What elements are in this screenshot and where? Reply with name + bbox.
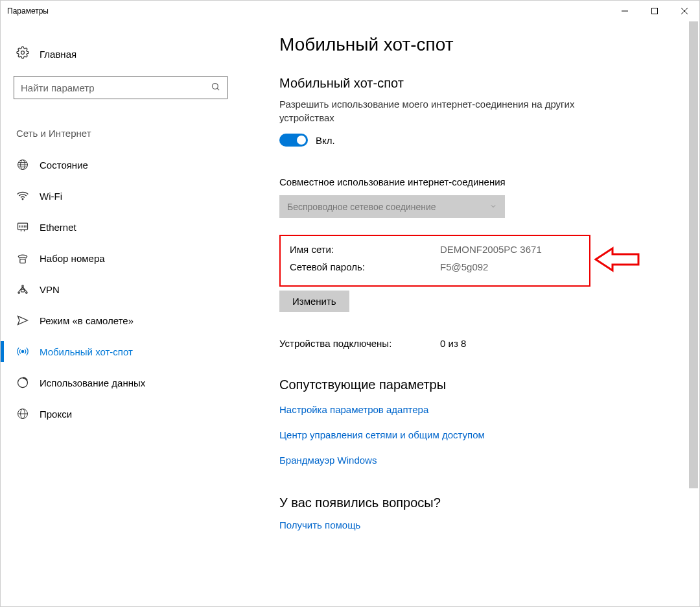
link-adapter-settings[interactable]: Настройка параметров адаптера [279,404,680,415]
scrollbar-thumb[interactable] [689,21,698,488]
close-button[interactable] [670,1,699,21]
related-title: Сопутствующие параметры [279,377,680,392]
share-label: Совместное использование интернет-соедин… [279,176,680,187]
network-pass-label: Сетевой пароль: [290,261,440,272]
sidebar-item-airplane[interactable]: Режим «в самолете» [1,306,202,335]
sidebar-item-proxy[interactable]: Прокси [1,399,202,428]
devices-label: Устройства подключены: [279,338,440,349]
globe-wire-icon [16,158,29,171]
toggle-state-label: Вкл. [316,135,335,146]
maximize-button[interactable] [640,1,670,21]
minimize-button[interactable] [610,1,640,21]
svg-rect-21 [20,259,25,263]
search-box[interactable] [14,76,228,99]
svg-point-4 [21,51,25,54]
wifi-icon [16,189,29,202]
sidebar-item-label: Ethernet [40,222,76,233]
network-pass-row: Сетевой пароль: F5@5g092 [290,261,580,272]
link-firewall[interactable]: Брандмауэр Windows [279,455,680,466]
sidebar-item-label: Набор номера [40,253,105,264]
devices-row: Устройства подключены: 0 из 8 [279,338,680,349]
home-nav[interactable]: Главная [14,41,202,67]
sidebar-item-label: Состояние [40,160,88,171]
dropdown-value: Беспроводное сетевое соединение [287,202,436,212]
hotspot-icon [16,345,29,358]
window-title: Параметры [7,6,49,16]
sidebar: Главная Сеть и Интернет Состояние Wi-Fi … [1,21,202,606]
connection-dropdown[interactable]: Беспроводное сетевое соединение [279,195,505,218]
svg-rect-25 [21,289,25,292]
devices-value: 0 из 8 [440,338,466,349]
sidebar-item-hotspot[interactable]: Мобильный хот-спот [1,337,202,366]
svg-rect-1 [652,8,658,14]
scrollbar[interactable] [689,21,698,606]
sidebar-item-data-usage[interactable]: Использование данных [1,368,202,397]
close-icon [681,8,688,14]
minimize-icon [622,8,628,14]
questions-title: У вас появились вопросы? [279,495,680,510]
network-name-label: Имя сети: [290,244,440,255]
hotspot-desc: Разрешить использование моего интернет-с… [279,97,603,125]
dial-icon [16,252,29,265]
sidebar-item-label: Использование данных [40,377,145,388]
main-content: Мобильный хот-спот Мобильный хот-спот Ра… [202,21,699,606]
hotspot-toggle[interactable] [279,134,308,147]
hotspot-toggle-row: Вкл. [279,134,680,147]
airplane-icon [16,314,29,327]
edit-button[interactable]: Изменить [279,291,349,312]
svg-point-23 [26,292,28,294]
ethernet-icon [16,220,29,233]
link-network-center[interactable]: Центр управления сетями и общим доступом [279,429,680,440]
sidebar-item-status[interactable]: Состояние [1,150,202,179]
network-name-row: Имя сети: DEMONF2005PC 3671 [290,244,580,255]
sidebar-item-wifi[interactable]: Wi-Fi [1,182,202,210]
svg-point-12 [22,198,23,200]
home-label: Главная [40,49,76,60]
window-titlebar: Параметры [1,1,699,21]
sidebar-item-label: Режим «в самолете» [40,315,134,326]
network-info-highlight: Имя сети: DEMONF2005PC 3671 Сетевой паро… [279,235,590,287]
hotspot-title: Мобильный хот-спот [279,76,680,91]
sidebar-item-label: VPN [40,284,60,295]
svg-point-26 [21,350,23,352]
sidebar-item-dialup[interactable]: Набор номера [1,244,202,272]
search-input[interactable] [21,82,211,93]
network-name-value: DEMONF2005PC 3671 [440,244,542,255]
sidebar-item-vpn[interactable]: VPN [1,275,202,304]
globe-net-icon [16,407,29,420]
sidebar-item-label: Мобильный хот-спот [40,346,133,357]
maximize-icon [651,8,658,14]
window-controls [610,1,699,21]
page-title: Мобильный хот-спот [279,34,680,55]
category-label: Сеть и Интернет [14,123,202,144]
network-pass-value: F5@5g092 [440,261,488,272]
arrow-annotation [594,246,641,276]
link-get-help[interactable]: Получить помощь [279,519,680,530]
svg-point-22 [18,292,20,294]
gear-icon [16,46,29,62]
sidebar-item-label: Wi-Fi [40,191,62,202]
vpn-icon [16,283,29,296]
data-usage-icon [16,376,29,389]
sidebar-item-label: Прокси [40,409,72,420]
chevron-down-icon [489,202,497,212]
sidebar-item-ethernet[interactable]: Ethernet [1,213,202,241]
